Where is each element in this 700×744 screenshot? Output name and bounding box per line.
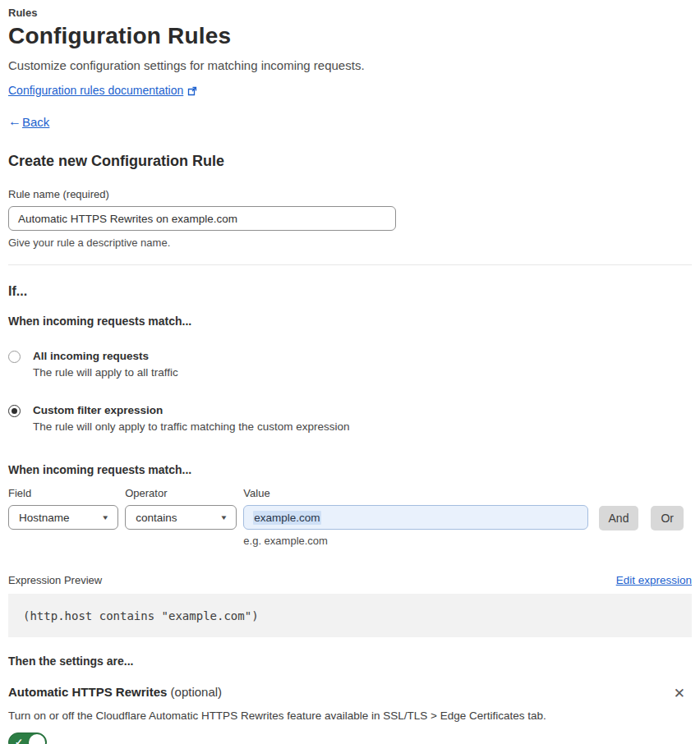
rule-name-label: Rule name (required) [8, 188, 684, 200]
rule-name-input[interactable]: Automatic HTTPS Rewrites on example.com [8, 206, 396, 231]
field-select-value: Hostname [19, 512, 70, 524]
expression-preview-label: Expression Preview [8, 574, 102, 586]
option-label: Custom filter expression [33, 404, 349, 416]
section-divider [8, 264, 692, 265]
create-rule-heading: Create new Configuration Rule [8, 153, 684, 170]
close-icon[interactable]: ✕ [672, 685, 687, 702]
option-description: The rule will apply to all traffic [33, 366, 178, 379]
option-all-incoming-requests[interactable]: All incoming requests The rule will appl… [8, 350, 684, 379]
value-input-text: example.com [253, 511, 320, 525]
page-title: Configuration Rules [8, 23, 684, 49]
match-options-group: All incoming requests The rule will appl… [8, 350, 684, 433]
expression-builder-heading: When incoming requests match... [8, 463, 684, 476]
then-settings-heading: Then the settings are... [8, 654, 684, 668]
setting-title-name: Automatic HTTPS Rewrites [8, 685, 167, 699]
back-link[interactable]: Back [22, 115, 49, 129]
breadcrumb: Rules [8, 7, 684, 19]
expression-builder-row: Field Hostname ▼ Operator contains ▼ Val… [8, 487, 684, 547]
rule-name-helper: Give your rule a descriptive name. [8, 237, 684, 249]
operator-label: Operator [125, 487, 237, 499]
back-link-row: ← Back [8, 114, 684, 129]
back-arrow-icon: ← [8, 114, 21, 129]
configuration-rules-page: Rules Configuration Rules Customize conf… [0, 0, 692, 744]
option-label: All incoming requests [33, 350, 178, 362]
rule-name-value: Automatic HTTPS Rewrites on example.com [18, 213, 237, 225]
automatic-https-rewrites-toggle[interactable]: ✓ [8, 733, 47, 744]
expression-preview-code: (http.host contains "example.com") [8, 594, 692, 637]
setting-card-header: Automatic HTTPS Rewrites (optional) ✕ [8, 685, 692, 702]
option-description: The rule will only apply to traffic matc… [33, 420, 349, 433]
toggle-knob [29, 734, 45, 744]
value-input[interactable]: example.com [243, 505, 587, 530]
documentation-link-row: Configuration rules documentation [8, 84, 684, 97]
setting-title: Automatic HTTPS Rewrites (optional) [8, 685, 222, 699]
field-select[interactable]: Hostname ▼ [8, 505, 118, 530]
value-label: Value [243, 487, 587, 499]
check-icon: ✓ [15, 737, 23, 744]
radio-selected-icon[interactable] [8, 405, 21, 417]
value-helper: e.g. example.com [243, 535, 587, 547]
setting-optional-label: (optional) [167, 685, 222, 699]
external-link-icon [187, 86, 197, 96]
documentation-link[interactable]: Configuration rules documentation [8, 84, 183, 97]
radio-unselected-icon[interactable] [8, 351, 21, 363]
if-heading: If... [8, 284, 684, 299]
and-button[interactable]: And [599, 506, 639, 530]
expression-preview-header: Expression Preview Edit expression [8, 574, 692, 586]
option-custom-filter-expression[interactable]: Custom filter expression The rule will o… [8, 404, 684, 433]
or-button[interactable]: Or [651, 506, 684, 530]
setting-description: Turn on or off the Cloudflare Automatic … [8, 710, 684, 722]
chevron-down-icon: ▼ [219, 514, 228, 521]
chevron-down-icon: ▼ [101, 514, 109, 521]
operator-select[interactable]: contains ▼ [125, 505, 237, 530]
operator-select-value: contains [136, 512, 177, 524]
page-subtitle: Customize configuration settings for mat… [8, 58, 684, 72]
match-heading: When incoming requests match... [8, 315, 684, 328]
field-label: Field [8, 487, 118, 499]
edit-expression-link[interactable]: Edit expression [616, 574, 692, 586]
